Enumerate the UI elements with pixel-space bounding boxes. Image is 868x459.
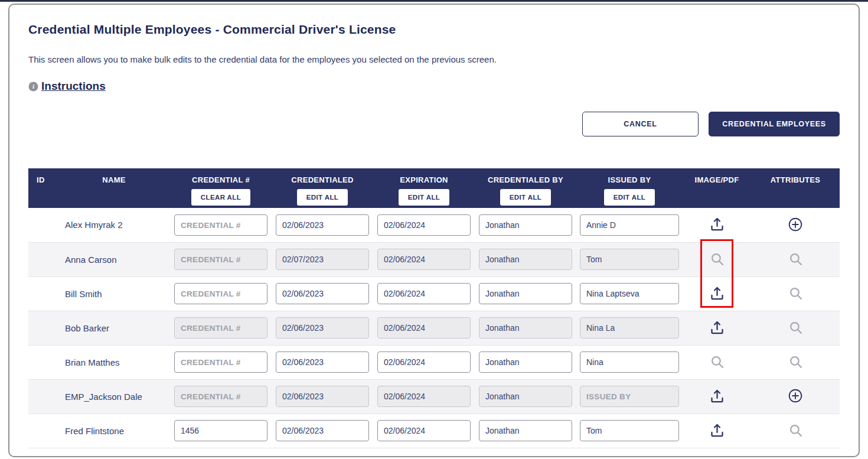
- employee-name: Anna Carson: [65, 255, 117, 265]
- name-cell: Bill Smith: [58, 276, 170, 311]
- employee-name: Bill Smith: [65, 289, 102, 299]
- credential-input[interactable]: [174, 420, 267, 441]
- view-attributes-search-icon[interactable]: [787, 319, 804, 336]
- credentialed-cell: [272, 414, 373, 448]
- table-row: Brian Matthes: [28, 345, 840, 379]
- credentialed-input[interactable]: [276, 420, 369, 441]
- attributes-cell: [751, 311, 840, 345]
- credentialed-input: [276, 317, 369, 338]
- view-image-search-icon[interactable]: [709, 353, 726, 370]
- table-row: Fred Flintstone: [28, 414, 840, 448]
- expiration-cell: [373, 345, 475, 379]
- table-header: ID NAME CREDENTIAL # CLEAR ALL CREDENTIA…: [28, 168, 840, 208]
- edit-all-issued-by-button[interactable]: EDIT ALL: [604, 189, 655, 206]
- id-cell: [28, 242, 58, 276]
- upload-image-icon[interactable]: [708, 318, 726, 337]
- id-cell: [28, 276, 58, 311]
- column-label-issued-by: ISSUED BY: [608, 175, 651, 184]
- employee-name: Brian Matthes: [65, 357, 120, 367]
- name-cell: EMP_Jackson Dale: [58, 379, 170, 414]
- attributes-cell: [751, 208, 840, 242]
- expiration-input[interactable]: [377, 351, 471, 373]
- credentialed-input[interactable]: [276, 214, 369, 236]
- edit-all-credentialed-by-button[interactable]: EDIT ALL: [500, 189, 552, 206]
- issued-by-input[interactable]: [580, 214, 679, 236]
- expiration-input[interactable]: [377, 214, 471, 236]
- credential-cell: [170, 276, 272, 311]
- view-attributes-search-icon[interactable]: [787, 353, 804, 370]
- credential-table: ID NAME CREDENTIAL # CLEAR ALL CREDENTIA…: [28, 168, 840, 448]
- id-cell: [28, 345, 58, 379]
- clear-all-button[interactable]: CLEAR ALL: [191, 189, 250, 206]
- employee-name: Bob Barker: [65, 323, 109, 333]
- add-attribute-icon[interactable]: [787, 387, 804, 405]
- instructions-link[interactable]: Instructions: [41, 80, 106, 93]
- credential-input[interactable]: [174, 283, 267, 304]
- image-cell: [683, 311, 751, 345]
- issued-by-cell: [576, 345, 683, 379]
- view-image-search-icon[interactable]: [709, 250, 726, 268]
- credentialed-by-input[interactable]: [479, 214, 572, 236]
- attributes-cell: [751, 345, 840, 379]
- employee-name: Fred Flintstone: [65, 426, 124, 436]
- issued-by-cell: [576, 208, 683, 242]
- credentialed-by-cell: [475, 242, 576, 276]
- credential-input[interactable]: [174, 214, 267, 236]
- id-cell: [28, 379, 58, 414]
- image-cell: [683, 379, 751, 414]
- view-attributes-search-icon[interactable]: [787, 250, 804, 268]
- view-attributes-search-icon[interactable]: [787, 422, 804, 439]
- employee-name: EMP_Jackson Dale: [65, 392, 142, 402]
- expiration-cell: [373, 276, 475, 311]
- credential-employees-button[interactable]: CREDENTIAL EMPLOYEES: [709, 112, 840, 136]
- issued-by-input[interactable]: [580, 283, 679, 304]
- upload-image-icon[interactable]: [708, 387, 726, 405]
- credential-input: [174, 317, 267, 338]
- column-header-credentialed: CREDENTIALED EDIT ALL: [272, 168, 373, 208]
- expiration-input: [377, 249, 471, 270]
- credentialed-by-input: [479, 249, 572, 270]
- info-icon[interactable]: i: [28, 82, 38, 92]
- expiration-cell: [373, 414, 475, 448]
- credentialed-by-input: [479, 317, 572, 338]
- credentialed-by-cell: [475, 208, 576, 242]
- credentialed-by-input[interactable]: [479, 351, 572, 373]
- credentialed-cell: [272, 311, 373, 345]
- edit-all-credentialed-button[interactable]: EDIT ALL: [297, 189, 348, 206]
- credentialed-by-input[interactable]: [479, 420, 572, 441]
- table-body: Alex Hmyrak 2: [28, 208, 840, 448]
- attributes-cell: [751, 242, 840, 276]
- credentialed-by-cell: [475, 379, 576, 414]
- name-cell: Anna Carson: [58, 242, 170, 276]
- credential-input: [174, 386, 267, 407]
- edit-all-expiration-button[interactable]: EDIT ALL: [399, 189, 450, 206]
- issued-by-cell: [576, 276, 683, 311]
- view-attributes-search-icon[interactable]: [787, 285, 804, 302]
- credentialed-by-cell: [475, 276, 576, 311]
- image-cell: [683, 242, 751, 276]
- credentialed-input[interactable]: [276, 351, 369, 373]
- credential-input[interactable]: [174, 351, 267, 373]
- issued-by-input: [580, 386, 679, 407]
- upload-image-icon[interactable]: [708, 421, 726, 440]
- credentialed-input[interactable]: [276, 283, 369, 304]
- issued-by-cell: [576, 242, 683, 276]
- page-title: Credential Multiple Employees - Commerci…: [28, 22, 840, 37]
- column-header-id: ID: [28, 168, 58, 208]
- credentialed-by-input[interactable]: [479, 283, 572, 304]
- column-label-credentialed: CREDENTIALED: [291, 175, 353, 184]
- add-attribute-icon[interactable]: [787, 216, 804, 233]
- page-frame: Credential Multiple Employees - Commerci…: [8, 4, 860, 457]
- expiration-input[interactable]: [377, 420, 471, 441]
- expiration-cell: [373, 379, 475, 414]
- column-header-expiration: EXPIRATION EDIT ALL: [373, 168, 475, 208]
- issued-by-input[interactable]: [580, 351, 679, 373]
- credential-input: [174, 249, 267, 270]
- upload-image-icon[interactable]: [708, 284, 726, 302]
- expiration-input[interactable]: [377, 283, 471, 304]
- cancel-button[interactable]: CANCEL: [582, 112, 699, 136]
- credentialed-input: [276, 249, 369, 270]
- id-cell: [28, 311, 58, 345]
- upload-image-icon[interactable]: [708, 215, 726, 233]
- issued-by-input[interactable]: [580, 420, 679, 441]
